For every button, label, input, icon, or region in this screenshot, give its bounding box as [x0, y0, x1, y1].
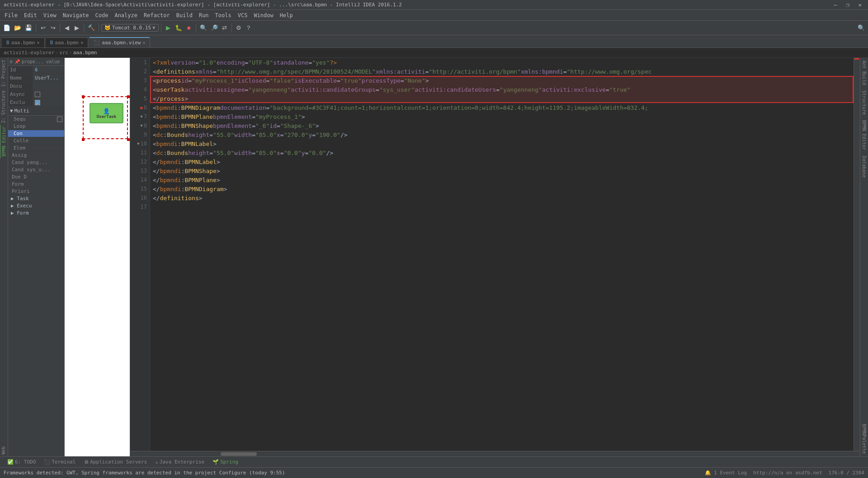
search-all-button[interactable]: 🔍	[856, 23, 866, 33]
bottom-tab-java[interactable]: ☕ Java Enterprise	[151, 458, 208, 466]
sidebar-tab-project[interactable]: 1: Project	[0, 58, 8, 89]
tab-bpmn-1[interactable]: B aaa.bpmn ×	[2, 37, 45, 47]
menu-analyze[interactable]: Analyze	[112, 11, 140, 19]
menu-window[interactable]: Window	[251, 11, 276, 19]
bottom-tab-terminal[interactable]: ⬛ Terminal	[40, 458, 79, 466]
tab-bpmn-view[interactable]: ⬛ aaa.bpmn.view ×	[89, 37, 150, 47]
tab-bpmn-1-close[interactable]: ×	[37, 40, 40, 45]
prop-execu[interactable]: ▶ Execu	[8, 202, 64, 210]
menu-build[interactable]: Build	[174, 11, 195, 19]
menu-edit[interactable]: Edit	[21, 11, 40, 19]
h-scroll-thumb[interactable]	[221, 452, 257, 456]
bpmn-usertask-node[interactable]: 👤 UserTask	[90, 103, 123, 123]
code-line-5[interactable]: </process>	[150, 94, 854, 103]
bpmn-canvas[interactable]: 👤 UserTask	[65, 58, 130, 456]
code-line-4[interactable]: <userTask activiti:assignee="yangenneng"…	[150, 85, 854, 94]
debug-button[interactable]: 🐛	[174, 23, 184, 33]
close-button[interactable]: ✕	[856, 2, 864, 8]
right-scrollbar[interactable]	[854, 58, 860, 451]
code-line-13[interactable]: </bpmndi:BPMNShape>	[150, 166, 854, 175]
menu-tools[interactable]: Tools	[212, 11, 234, 19]
fold-icon-10[interactable]: ▼	[137, 141, 139, 146]
save-button[interactable]: 💾	[24, 23, 33, 33]
breadcrumb-file[interactable]: aaa.bpmn	[73, 50, 97, 56]
code-line-3[interactable]: <process id="myProcess_1" isClosed="fals…	[150, 76, 854, 85]
settings-icon[interactable]: ⚙	[10, 59, 13, 64]
sequ-checkbox[interactable]	[57, 117, 62, 122]
menu-file[interactable]: File	[2, 11, 20, 19]
code-line-12[interactable]: </bpmndi:BPMNLabel>	[150, 157, 854, 166]
minimize-button[interactable]: —	[831, 2, 840, 8]
settings-button[interactable]: ⚙	[234, 23, 243, 33]
status-event-log[interactable]: 🔔 1 Event Log	[705, 470, 747, 476]
async-checkbox[interactable]	[35, 92, 40, 97]
menu-vcs[interactable]: VCS	[235, 11, 250, 19]
tomcat-badge[interactable]: 🐱 Tomcat 8.0.15 ▼	[101, 24, 159, 32]
breadcrumb-project[interactable]: activiti-explorer	[4, 50, 55, 56]
prop-con[interactable]: Con	[8, 130, 64, 137]
stop-button[interactable]: ■	[184, 23, 193, 33]
menu-code[interactable]: Code	[93, 11, 111, 19]
code-line-15[interactable]: </bpmndi:BPMNDiagram>	[150, 184, 854, 193]
open-button[interactable]: 📂	[13, 23, 23, 33]
code-lines[interactable]: <?xml version="1.0" encoding="UTF-8" sta…	[150, 58, 854, 451]
undo-button[interactable]: ↩	[38, 23, 47, 33]
props-header: ⚙ 📌 prope... value	[8, 58, 64, 66]
breadcrumb-src[interactable]: src	[59, 50, 68, 56]
pin-icon[interactable]: 📌	[14, 59, 20, 64]
sidebar-tab-bpmn[interactable]: BPMN Editor	[0, 125, 8, 158]
prop-task[interactable]: ▶ Task	[8, 195, 64, 202]
code-line-2[interactable]: <definitions xmlns="http://www.omg.org/s…	[150, 67, 854, 76]
handle-bl[interactable]	[82, 138, 85, 141]
sidebar-tab-web[interactable]: Web	[0, 445, 8, 456]
menu-refactor[interactable]: Refactor	[141, 11, 173, 19]
code-line-10[interactable]: <bpmndi:BPMNLabel>	[150, 139, 854, 148]
horizontal-scrollbar[interactable]	[130, 451, 860, 456]
fold-icon-8[interactable]: ▼	[140, 123, 142, 128]
code-line-6[interactable]: <bpmndi:BPMNDiagram documentation="backg…	[150, 103, 854, 112]
right-tab-bpmn-palette[interactable]: BPMNPalette	[861, 421, 868, 456]
handle-br[interactable]	[127, 138, 130, 141]
run-button[interactable]: ▶	[164, 23, 173, 33]
code-line-16[interactable]: </definitions>	[150, 193, 854, 202]
code-line-8[interactable]: <bpmndi:BPMNShape bpmnElement="_6" id="S…	[150, 121, 854, 130]
forward-button[interactable]: ▶	[72, 23, 81, 33]
build-button[interactable]: 🔨	[86, 23, 96, 33]
multi-collapse-icon[interactable]: ▼	[10, 108, 13, 114]
sidebar-tab-structure[interactable]: 2: Structure	[0, 89, 8, 125]
code-line-9[interactable]: <dc:Bounds height="55.0" width="85.0" x=…	[150, 130, 854, 139]
menu-view[interactable]: View	[41, 11, 59, 19]
handle-tr[interactable]	[127, 95, 130, 98]
search2-button[interactable]: 🔎	[209, 23, 219, 33]
prop-cand-yang: Cand yang...	[8, 159, 64, 166]
handle-tl[interactable]	[82, 95, 85, 98]
code-line-1[interactable]: <?xml version="1.0" encoding="UTF-8" sta…	[150, 58, 854, 67]
prop-form2[interactable]: ▶ Form	[8, 210, 64, 217]
redo-button[interactable]: ↪	[48, 23, 57, 33]
bottom-tab-appservers[interactable]: 🖥 Application Servers	[80, 458, 151, 466]
bottom-tab-todo[interactable]: ✅ 6: TODO	[4, 458, 39, 466]
code-line-7[interactable]: <bpmndi:BPMNPlane bpmnElement="myProcess…	[150, 112, 854, 121]
tab-bpmn-2-close[interactable]: ×	[80, 40, 83, 45]
right-tab-database[interactable]: Database	[861, 153, 868, 180]
restore-button[interactable]: ❐	[844, 2, 852, 8]
tab-bpmn-2[interactable]: B aaa.bpmn ×	[46, 37, 89, 47]
menu-help[interactable]: Help	[277, 11, 296, 19]
search-button[interactable]: 🔍	[198, 23, 208, 33]
replace-button[interactable]: ⇄	[220, 23, 229, 33]
tab-bpmn-view-close[interactable]: ×	[142, 40, 145, 45]
fold-icon-7[interactable]: ▼	[140, 114, 142, 119]
exclu-checkbox[interactable]: ✓	[35, 100, 40, 105]
right-tab-structure[interactable]: Structure	[861, 88, 868, 117]
code-line-11[interactable]: <dc:Bounds height="55.0" width="85.0" x=…	[150, 148, 854, 157]
code-line-14[interactable]: </bpmndi:BPMNPlane>	[150, 175, 854, 184]
right-tab-ant[interactable]: Ant Build	[861, 58, 868, 88]
back-button[interactable]: ◀	[62, 23, 71, 33]
help-icon-button[interactable]: ?	[244, 23, 253, 33]
menu-run[interactable]: Run	[196, 11, 212, 19]
right-tab-bpmn[interactable]: BPMN Editor	[861, 117, 868, 153]
bottom-tab-spring[interactable]: 🌱 Spring	[209, 458, 242, 466]
code-line-17[interactable]	[150, 202, 854, 211]
menu-navigate[interactable]: Navigate	[60, 11, 92, 19]
new-file-button[interactable]: 📄	[2, 23, 12, 33]
